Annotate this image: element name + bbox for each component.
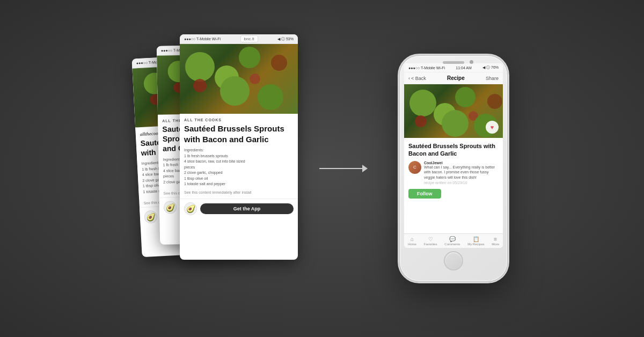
tab-more[interactable]: ≡ More [492,236,499,246]
brand-3: ALL THE COOKS [184,118,294,122]
iphone-tab-bar: ⌂ Home ♡ Favorites 💬 Comments 📋 My Recip… [404,233,503,248]
tab-home-label: Home [408,243,416,246]
avocado-icon-3: 🥑 [184,202,197,215]
install-note-3: See this content immediately after insta… [184,191,294,194]
icons-3: ◀ ⓘ 53% [277,36,294,42]
avocado-icon-2: 🥑 [164,201,177,214]
tab-comments[interactable]: 💬 Comments [444,236,460,246]
user-row: C CoolJewel What can I say... Everything… [408,161,499,186]
ingredients-3: 1 lb fresh brussels sprouts 4 slice baco… [184,153,294,187]
tab-favorites-label: Favorites [424,243,437,246]
heart-icon: ♥ [491,124,494,130]
carrier-3: ●●●○○ T-Mobile Wi-Fi [184,37,221,41]
avatar-initial: C [413,165,416,170]
arrow-line [319,168,362,169]
home-icon: ⌂ [411,236,414,242]
iphone-battery: ◀ ⓘ 76% [482,65,499,70]
user-comment-block: CoolJewel What can I say... Everything r… [424,161,499,186]
tab-comments-label: Comments [444,243,460,246]
recipe-date: recipe written on 05/29/16 [424,180,499,186]
iphone-carrier: ●●●○○ T-Mobile Wi-Fi [408,66,445,70]
iphone-share-button[interactable]: Share [486,76,499,81]
heart-button[interactable]: ♥ [486,121,499,134]
more-icon: ≡ [494,236,497,242]
phone-stack: ●●●○○ T-Mobile Wi-Fi bnc.lt ◀ ⓘ 53% allt… [137,34,287,303]
iphone-camera [470,60,473,64]
screen-content-3: ALL THE COOKS Sautéed Brussels Sprouts w… [180,114,298,199]
user-comment: What can I say... Everything really is b… [424,165,499,180]
iphone-nav-bar: ‹ < Back Recipe Share [404,72,503,84]
tab-myrecipes[interactable]: 📋 My Recipes [467,236,484,246]
user-avatar: C [408,161,421,174]
iphone-back-button[interactable]: ‹ < Back [408,76,426,81]
iphone-time: 11:04 AM [456,66,472,70]
back-label: < Back [411,76,426,81]
status-bar-3: ●●●○○ T-Mobile Wi-Fi bnc.lt ◀ ⓘ 53% [180,34,298,44]
get-app-button[interactable]: Get the App [200,203,294,214]
recipe-title-3: Sautéed Brussels Sprouts with Bacon and … [184,123,294,144]
chevron-left-icon: ‹ [408,76,410,81]
iphone-home-button[interactable] [444,251,463,270]
follow-button[interactable]: Follow [408,189,441,199]
favorites-icon: ♡ [428,236,433,242]
iphone-nav-title: Recipe [447,75,465,81]
iphone-main-content: Sautéed Brussels Sprouts with Bacon and … [404,138,503,233]
phone-screen-3: ●●●○○ T-Mobile Wi-Fi bnc.lt ◀ ⓘ 53% ALL … [180,34,298,260]
tab-myrecipes-label: My Recipes [467,243,484,246]
iphone-food-image: ♥ [404,84,503,138]
iphone-device: ●●●○○ T-Mobile Wi-Fi 11:04 AM ◀ ⓘ 76% ‹ … [400,56,507,281]
iphone-speaker [443,61,464,64]
tab-more-label: More [492,243,499,246]
user-name: CoolJewel [424,161,499,165]
url-3: bnc.lt [240,35,258,42]
iphone-status-bar: ●●●○○ T-Mobile Wi-Fi 11:04 AM ◀ ⓘ 76% [404,63,503,72]
tab-home[interactable]: ⌂ Home [408,236,416,246]
ingredients-label-3: Ingredients: [184,148,294,153]
arrow-head [362,165,368,172]
tab-favorites[interactable]: ♡ Favorites [424,236,437,246]
iphone-recipe-title: Sautéed Brussels Sprouts with Bacon and … [408,142,499,158]
arrow [319,165,368,172]
avocado-icon-1: 🥑 [144,210,157,224]
myrecipes-icon: 📋 [473,236,479,242]
footer-3[interactable]: 🥑 Get the App [180,199,298,218]
iphone-screen: ●●●○○ T-Mobile Wi-Fi 11:04 AM ◀ ⓘ 76% ‹ … [404,63,503,248]
main-scene: ●●●○○ T-Mobile Wi-Fi bnc.lt ◀ ⓘ 53% allt… [137,34,507,303]
comments-icon: 💬 [449,236,456,242]
transition-arrow [319,165,368,172]
food-image-3 [180,44,298,114]
